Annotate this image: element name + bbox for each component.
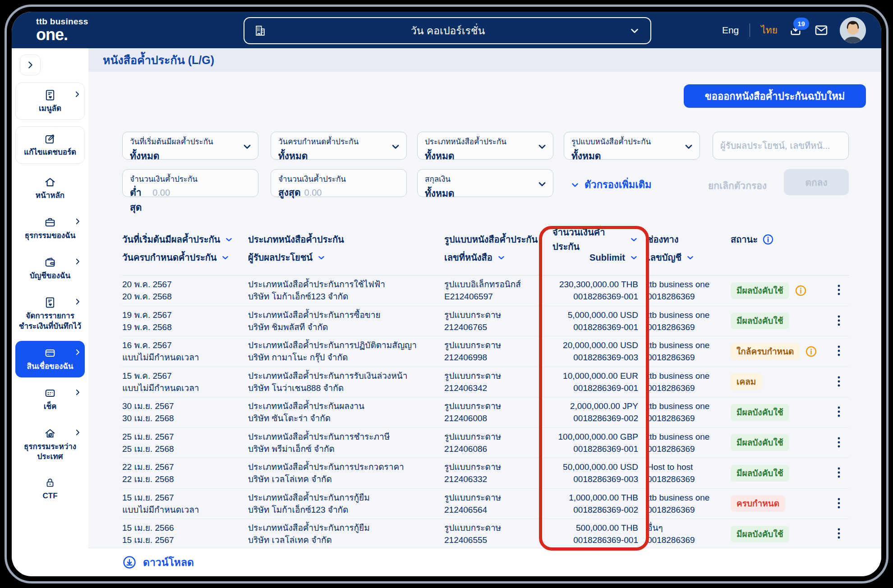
new-guarantee-request-button[interactable]: ขอออกหนังสือค้ำประกันฉบับใหม่ xyxy=(684,84,866,108)
sidebar-item-label: ธุรกรรมระหว่างประเทศ xyxy=(17,442,83,462)
sort-sublimit-icon[interactable] xyxy=(630,253,638,262)
channel: ttb business one xyxy=(647,431,731,443)
row-actions-kebab[interactable] xyxy=(835,496,842,512)
inbox-button[interactable] xyxy=(814,23,829,38)
guarantee-type: ประเภทหนังสือค้ำประกันการกู้ยืม xyxy=(248,492,444,504)
sort-beneficiary-icon[interactable] xyxy=(317,253,326,262)
sublimit-account: 0018286369-002 xyxy=(552,504,638,516)
guarantee-end-date: แบบไม่มีกำหนดเวลา xyxy=(122,351,248,363)
sidebar-item-edit-dashboard[interactable]: แก้ไขแดชบอร์ด xyxy=(15,126,85,164)
download-button[interactable]: ดาวน์โหลด xyxy=(143,554,194,570)
row-info-icon[interactable] xyxy=(805,345,817,358)
guarantee-start-date: 25 เม.ย. 2567 xyxy=(122,431,248,443)
status-badge: มีผลบังคับใช้ xyxy=(731,404,789,421)
more-filters-link[interactable]: ตัวกรองเพิ่มเติม xyxy=(570,177,652,193)
clear-filters-button[interactable]: ยกเลิกตัวกรอง xyxy=(699,178,776,193)
download-center-button[interactable]: 19 xyxy=(788,23,803,37)
amount-min-input[interactable] xyxy=(152,188,251,198)
sidebar-item-international[interactable]: ธุรกรรมระหว่างประเทศ xyxy=(15,421,85,468)
guarantee-start-date: 20 พ.ค. 2567 xyxy=(122,278,248,290)
col-header-status: สถานะ xyxy=(731,232,758,247)
sidebar-item-cheque[interactable]: เช็ค xyxy=(15,381,85,418)
sidebar-item-shortcut-menu[interactable]: เมนูลัด xyxy=(15,83,85,120)
col-header-type: ประเภทหนังสือค้ำประกัน xyxy=(248,232,344,247)
status-info-icon[interactable] xyxy=(762,234,774,245)
guarantee-end-date: 20 พ.ค. 2568 xyxy=(122,290,248,303)
sidebar-item-home[interactable]: หน้าหลัก xyxy=(15,170,85,207)
sidebar-item-label: จัดการรายการชำระเงินที่บันทึกไว้ xyxy=(17,311,83,331)
account-number: 0018286369 xyxy=(647,443,731,455)
row-info-icon[interactable] xyxy=(795,285,807,297)
sort-account-icon[interactable] xyxy=(686,253,695,262)
sublimit-account: 0018286369-001 xyxy=(552,290,638,303)
filter-start-date-dropdown[interactable]: วันที่เริ่มต้นมีผลค้ำประกัน ทั้งหมด xyxy=(122,132,258,160)
chevron-right-icon xyxy=(73,90,81,98)
row-actions-kebab[interactable] xyxy=(835,526,842,542)
sort-due-date-icon[interactable] xyxy=(221,253,230,262)
filter-currency-dropdown[interactable]: สกุลเงิน ทั้งหมด xyxy=(417,169,553,197)
sidebar-item-label: เช็ค xyxy=(17,402,83,412)
sort-amount-icon[interactable] xyxy=(630,235,638,244)
status-badge: มีผลบังคับใช้ xyxy=(731,434,789,451)
sidebar-item-label: หน้าหลัก xyxy=(17,191,83,201)
mail-icon xyxy=(814,23,829,38)
sublimit-account: 0018286369-001 xyxy=(552,382,638,394)
filter-search-field[interactable] xyxy=(713,132,849,160)
row-actions-kebab[interactable] xyxy=(835,404,842,420)
sidebar-item-saved-payments[interactable]: จัดการรายการชำระเงินที่บันทึกไว้ xyxy=(15,290,85,337)
sidebar-item-my-accounts[interactable]: บัญชีของฉัน xyxy=(15,250,85,287)
guarantee-number: 212406008 xyxy=(444,412,552,424)
sidebar-item-ctf[interactable]: CTF xyxy=(15,471,85,507)
guarantee-type: ประเภทหนังสือค้ำประกันการปฏิบัติตามสัญญา xyxy=(248,339,444,351)
row-actions-kebab[interactable] xyxy=(835,313,842,329)
sidebar-item-label: แก้ไขแดชบอร์ด xyxy=(18,147,83,157)
guarantee-number: 212406564 xyxy=(444,504,552,516)
beneficiary-search-input[interactable] xyxy=(720,141,841,151)
guarantee-start-date: 16 พ.ค. 2567 xyxy=(122,339,248,351)
guarantee-end-date: 19 พ.ค. 2568 xyxy=(122,321,248,333)
table-row: 15 เม.ย. 2567แบบไม่มีกำหนดเวลาประเภทหนัง… xyxy=(122,489,849,519)
table-row: 20 พ.ค. 256720 พ.ค. 2568ประเภทหนังสือค้ำ… xyxy=(122,276,849,306)
account-number: 0018286369 xyxy=(647,534,731,546)
chevron-right-icon xyxy=(74,217,82,225)
kebab-icon xyxy=(837,497,841,510)
filter-label: วันที่เริ่มต้นมีผลค้ำประกัน xyxy=(130,135,240,147)
ttb-business-one-logo: ttb business one. xyxy=(36,17,88,43)
account-number: 0018286369 xyxy=(647,473,731,485)
sidebar-item-my-transactions[interactable]: ธุรกรรมของฉัน xyxy=(15,210,85,247)
chevron-right-icon xyxy=(74,298,82,306)
row-actions-kebab[interactable] xyxy=(835,465,842,481)
guarantee-end-date: 25 เม.ย. 2568 xyxy=(122,443,248,455)
amount-max-input[interactable] xyxy=(304,188,399,198)
beneficiary-name: บริษัท กามาโนะ กรุ๊ป จำกัด xyxy=(248,351,444,363)
guarantee-amount: 2,000,000.00 JPY xyxy=(552,400,638,412)
status-badge: มีผลบังคับใช้ xyxy=(731,526,789,542)
language-thai[interactable]: ไทย xyxy=(761,23,778,37)
filter-guarantee-type-dropdown[interactable]: ประเภทหนังสือค้ำประกัน ทั้งหมด xyxy=(417,132,553,160)
guarantee-form: รูปแบบกระดาษ xyxy=(444,309,552,321)
row-actions-kebab[interactable] xyxy=(835,282,842,299)
notification-badge: 19 xyxy=(793,18,809,30)
user-avatar[interactable] xyxy=(840,17,866,43)
col-header-amount: จำนวนเงินค้ำประกัน xyxy=(552,225,625,254)
row-actions-kebab[interactable] xyxy=(835,374,842,390)
sidebar-collapse-button[interactable] xyxy=(20,55,41,75)
logo-line-1: ttb business xyxy=(36,17,88,26)
filter-due-date-dropdown[interactable]: วันครบกำหนดค้ำประกัน ทั้งหมด xyxy=(271,132,407,160)
sort-start-date-icon[interactable] xyxy=(225,235,233,244)
sort-number-icon[interactable] xyxy=(497,253,506,262)
company-name: วัน คอเปอร์เรชั่น xyxy=(267,23,629,39)
sidebar-item-my-loans[interactable]: สินเชื่อของฉัน xyxy=(15,341,85,377)
row-actions-kebab[interactable] xyxy=(835,435,842,451)
apply-filters-button[interactable]: ตกลง xyxy=(784,169,849,195)
row-actions-kebab[interactable] xyxy=(835,343,842,359)
channel: ttb business one xyxy=(647,492,731,504)
status-badge: มีผลบังคับใช้ xyxy=(731,282,789,299)
page-content: ขอออกหนังสือค้ำประกันฉบับใหม่ วันที่เริ่… xyxy=(88,72,881,548)
filter-amount-min-field[interactable]: จำนวนเงินค้ำประกัน ต่ำสุด xyxy=(122,169,258,197)
language-english[interactable]: Eng xyxy=(722,25,739,36)
col-header-due-date: วันครบกำหนดค้ำประกัน xyxy=(122,250,216,265)
company-selector[interactable]: วัน คอเปอร์เรชั่น xyxy=(244,17,651,44)
filter-guarantee-form-dropdown[interactable]: รูปแบบหนังสือค้ำประกัน ทั้งหมด xyxy=(564,132,700,160)
filter-amount-max-field[interactable]: จำนวนเงินค้ำประกัน สูงสุด xyxy=(271,169,407,197)
